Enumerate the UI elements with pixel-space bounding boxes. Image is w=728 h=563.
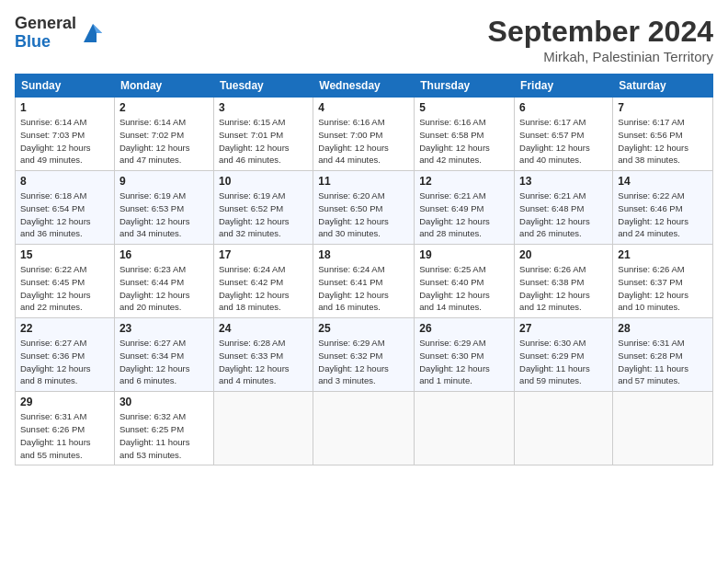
day-info: Sunrise: 6:24 AM Sunset: 6:41 PM Dayligh… [318,263,409,314]
logo: General Blue [15,15,106,52]
day-info: Sunrise: 6:16 AM Sunset: 7:00 PM Dayligh… [318,116,409,167]
logo-blue: Blue [15,33,76,52]
calendar-week-5: 29Sunrise: 6:31 AM Sunset: 6:26 PM Dayli… [16,392,713,465]
col-wednesday: Wednesday [313,75,415,98]
header: General Blue September 2024 Mirkah, Pale… [15,15,713,64]
day-number: 29 [20,396,109,408]
day-number: 18 [318,248,409,261]
table-row: 14Sunrise: 6:22 AM Sunset: 6:46 PM Dayli… [613,171,713,245]
table-row: 29Sunrise: 6:31 AM Sunset: 6:26 PM Dayli… [16,392,115,465]
day-number: 12 [419,175,509,188]
table-row: 5Sunrise: 6:16 AM Sunset: 6:58 PM Daylig… [415,98,515,171]
day-info: Sunrise: 6:25 AM Sunset: 6:40 PM Dayligh… [419,263,509,314]
table-row: 1Sunrise: 6:14 AM Sunset: 7:03 PM Daylig… [16,98,115,171]
table-row [515,392,613,465]
day-number: 21 [618,248,708,261]
day-info: Sunrise: 6:32 AM Sunset: 6:25 PM Dayligh… [119,410,209,461]
day-number: 16 [119,248,209,261]
table-row [613,392,713,465]
day-info: Sunrise: 6:31 AM Sunset: 6:26 PM Dayligh… [20,410,109,461]
day-number: 23 [119,322,209,335]
table-row: 20Sunrise: 6:26 AM Sunset: 6:38 PM Dayli… [515,245,613,318]
day-number: 15 [20,248,109,261]
table-row: 16Sunrise: 6:23 AM Sunset: 6:44 PM Dayli… [114,245,213,318]
day-number: 17 [219,248,308,261]
table-row: 11Sunrise: 6:20 AM Sunset: 6:50 PM Dayli… [313,171,415,245]
day-info: Sunrise: 6:18 AM Sunset: 6:54 PM Dayligh… [20,190,109,240]
day-info: Sunrise: 6:17 AM Sunset: 6:56 PM Dayligh… [618,116,708,167]
day-number: 5 [419,101,509,114]
table-row: 28Sunrise: 6:31 AM Sunset: 6:28 PM Dayli… [613,318,713,392]
calendar-week-1: 1Sunrise: 6:14 AM Sunset: 7:03 PM Daylig… [16,98,713,171]
table-row: 18Sunrise: 6:24 AM Sunset: 6:41 PM Dayli… [313,245,415,318]
table-row: 7Sunrise: 6:17 AM Sunset: 6:56 PM Daylig… [613,98,713,171]
day-info: Sunrise: 6:20 AM Sunset: 6:50 PM Dayligh… [318,190,409,240]
col-thursday: Thursday [415,75,515,98]
day-number: 6 [519,101,608,114]
day-info: Sunrise: 6:29 AM Sunset: 6:32 PM Dayligh… [318,337,409,387]
day-info: Sunrise: 6:27 AM Sunset: 6:34 PM Dayligh… [119,337,209,387]
table-row: 9Sunrise: 6:19 AM Sunset: 6:53 PM Daylig… [114,171,213,245]
day-number: 25 [318,322,409,335]
title-block: September 2024 Mirkah, Palestinian Terri… [488,15,713,64]
col-monday: Monday [114,75,213,98]
day-number: 27 [519,322,608,335]
table-row: 19Sunrise: 6:25 AM Sunset: 6:40 PM Dayli… [415,245,515,318]
day-number: 3 [219,101,308,114]
table-row [415,392,515,465]
day-number: 30 [119,396,209,408]
table-row: 22Sunrise: 6:27 AM Sunset: 6:36 PM Dayli… [16,318,115,392]
day-info: Sunrise: 6:26 AM Sunset: 6:37 PM Dayligh… [618,263,708,314]
day-info: Sunrise: 6:19 AM Sunset: 6:52 PM Dayligh… [219,190,308,240]
day-info: Sunrise: 6:16 AM Sunset: 6:58 PM Dayligh… [419,116,509,167]
day-info: Sunrise: 6:31 AM Sunset: 6:28 PM Dayligh… [618,337,708,387]
day-info: Sunrise: 6:15 AM Sunset: 7:01 PM Dayligh… [219,116,308,167]
day-info: Sunrise: 6:29 AM Sunset: 6:30 PM Dayligh… [419,337,509,387]
page: General Blue September 2024 Mirkah, Pale… [0,0,728,563]
day-info: Sunrise: 6:23 AM Sunset: 6:44 PM Dayligh… [119,263,209,314]
day-info: Sunrise: 6:17 AM Sunset: 6:57 PM Dayligh… [519,116,608,167]
day-number: 26 [419,322,509,335]
col-saturday: Saturday [613,75,713,98]
day-number: 22 [20,322,109,335]
table-row: 2Sunrise: 6:14 AM Sunset: 7:02 PM Daylig… [114,98,213,171]
table-row: 8Sunrise: 6:18 AM Sunset: 6:54 PM Daylig… [16,171,115,245]
day-number: 9 [119,175,209,188]
table-row [213,392,313,465]
day-number: 2 [119,101,209,114]
logo-text: General Blue [15,15,76,52]
col-friday: Friday [515,75,613,98]
table-row: 24Sunrise: 6:28 AM Sunset: 6:33 PM Dayli… [213,318,313,392]
table-row: 15Sunrise: 6:22 AM Sunset: 6:45 PM Dayli… [16,245,115,318]
day-number: 20 [519,248,608,261]
table-row: 13Sunrise: 6:21 AM Sunset: 6:48 PM Dayli… [515,171,613,245]
day-number: 4 [318,101,409,114]
col-tuesday: Tuesday [213,75,313,98]
day-info: Sunrise: 6:30 AM Sunset: 6:29 PM Dayligh… [519,337,608,387]
col-sunday: Sunday [16,75,115,98]
calendar-table: Sunday Monday Tuesday Wednesday Thursday… [15,74,713,465]
day-info: Sunrise: 6:22 AM Sunset: 6:45 PM Dayligh… [20,263,109,314]
day-number: 14 [618,175,708,188]
logo-icon [80,20,106,46]
table-row [313,392,415,465]
table-row: 23Sunrise: 6:27 AM Sunset: 6:34 PM Dayli… [114,318,213,392]
table-row: 17Sunrise: 6:24 AM Sunset: 6:42 PM Dayli… [213,245,313,318]
table-row: 30Sunrise: 6:32 AM Sunset: 6:25 PM Dayli… [114,392,213,465]
table-row: 25Sunrise: 6:29 AM Sunset: 6:32 PM Dayli… [313,318,415,392]
day-info: Sunrise: 6:21 AM Sunset: 6:49 PM Dayligh… [419,190,509,240]
day-info: Sunrise: 6:27 AM Sunset: 6:36 PM Dayligh… [20,337,109,387]
day-info: Sunrise: 6:21 AM Sunset: 6:48 PM Dayligh… [519,190,608,240]
table-row: 10Sunrise: 6:19 AM Sunset: 6:52 PM Dayli… [213,171,313,245]
day-number: 7 [618,101,708,114]
day-info: Sunrise: 6:28 AM Sunset: 6:33 PM Dayligh… [219,337,308,387]
day-number: 1 [20,101,109,114]
calendar-week-4: 22Sunrise: 6:27 AM Sunset: 6:36 PM Dayli… [16,318,713,392]
table-row: 6Sunrise: 6:17 AM Sunset: 6:57 PM Daylig… [515,98,613,171]
day-info: Sunrise: 6:24 AM Sunset: 6:42 PM Dayligh… [219,263,308,314]
day-number: 8 [20,175,109,188]
day-info: Sunrise: 6:14 AM Sunset: 7:02 PM Dayligh… [119,116,209,167]
day-number: 13 [519,175,608,188]
table-row: 21Sunrise: 6:26 AM Sunset: 6:37 PM Dayli… [613,245,713,318]
day-number: 10 [219,175,308,188]
